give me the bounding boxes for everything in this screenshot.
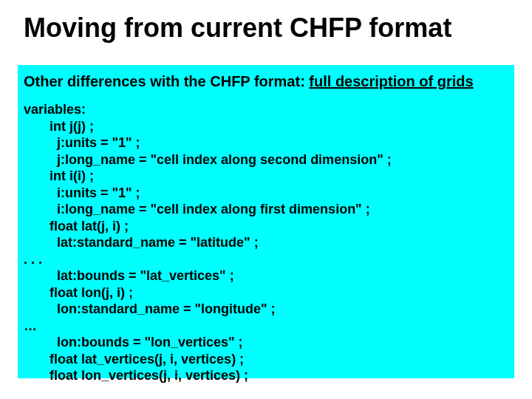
code-line: lat:standard_name = "latitude" ; (24, 234, 508, 251)
code-line: . . . (24, 251, 508, 268)
code-line: j:units = "1" ; (24, 134, 508, 151)
code-line: int j(j) ; (24, 118, 508, 135)
code-line: lat:bounds = "lat_vertices" ; (24, 267, 508, 284)
code-line: lon:standard_name = "longitude" ; (24, 301, 508, 318)
slide-title: Moving from current CHFP format (0, 0, 532, 43)
code-line: variables: (24, 101, 508, 118)
subhead-underlined: full description of grids (309, 73, 473, 89)
code-block: variables: int j(j) ; j:units = "1" ; j:… (24, 101, 508, 384)
code-line: j:long_name = "cell index along second d… (24, 151, 508, 168)
slide: Moving from current CHFP format Other di… (0, 0, 532, 399)
code-line: float lat(j, i) ; (24, 218, 508, 235)
content-panel: Other differences with the CHFP format: … (18, 65, 514, 378)
code-line: float lon(j, i) ; (24, 284, 508, 301)
subheading: Other differences with the CHFP format: … (24, 72, 508, 91)
subhead-prefix: Other differences with the CHFP format: (24, 73, 309, 89)
code-line: … (24, 318, 508, 335)
code-line: float lat_vertices(j, i, vertices) ; (24, 351, 508, 368)
code-line: lon:bounds = "lon_vertices" ; (24, 334, 508, 351)
code-line: i:units = "1" ; (24, 185, 508, 202)
code-line: float lon_vertices(j, i, vertices) ; (24, 367, 508, 384)
code-line: i:long_name = "cell index along first di… (24, 201, 508, 218)
code-line: int i(i) ; (24, 168, 508, 185)
